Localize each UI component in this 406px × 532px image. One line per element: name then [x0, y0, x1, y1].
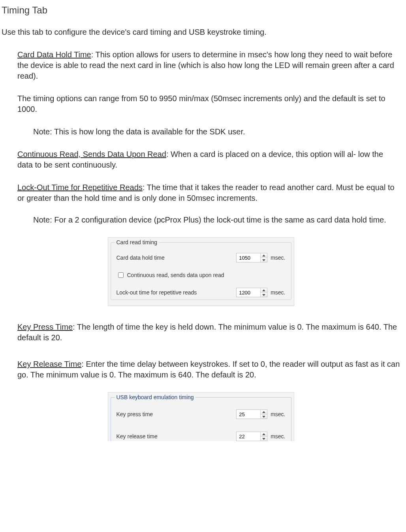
key-release-time-row: Key release time msec. [117, 432, 286, 441]
lockout-note: Note: For a 2 configuration device (pcPr… [33, 215, 400, 225]
msec-unit: msec. [271, 254, 285, 262]
spinner-down-button[interactable] [261, 293, 267, 297]
card-hold-time-label: Card data hold time [117, 254, 237, 262]
card-hold-label: Card Data Hold Time [17, 50, 91, 59]
key-release-time-label: Key release time [117, 433, 237, 440]
key-release-label: Key Release Time [17, 360, 81, 368]
card-hold-time-input[interactable] [237, 253, 260, 262]
page-title: Timing Tab [2, 4, 400, 17]
key-press-label: Key Press Time [17, 323, 73, 331]
spinner-down-button[interactable] [261, 415, 267, 419]
usb-keyboard-timing-legend: USB keyboard emulation timing [115, 394, 195, 401]
card-hold-text2: The timing options can range from 50 to … [17, 93, 400, 115]
continuous-read-row: Continuous read, sends data upon read [117, 271, 286, 279]
key-press-text: : The length of time the key is held dow… [17, 323, 397, 342]
card-read-timing-legend: Card read timing [115, 239, 159, 246]
continuous-read-label: Continuous read, sends data upon read [127, 272, 224, 279]
key-release-para: Key Release Time: Enter the time delay b… [17, 359, 400, 380]
svg-marker-2 [262, 289, 265, 291]
card-hold-time-row: Card data hold time msec. [117, 253, 286, 262]
key-press-time-label: Key press time [117, 411, 237, 418]
card-hold-time-spinner[interactable] [236, 253, 267, 262]
key-press-para: Key Press Time: The length of time the k… [17, 322, 400, 343]
svg-marker-3 [262, 294, 265, 296]
lockout-para: Lock-Out Time for Repetitive Reads: The … [17, 182, 400, 204]
cont-read-label: Continuous Read, Sends Data Upon Read [17, 150, 166, 158]
msec-unit: msec. [271, 289, 285, 296]
svg-marker-7 [262, 438, 265, 440]
continuous-read-checkbox[interactable] [118, 272, 124, 278]
spinner-up-button[interactable] [261, 288, 267, 293]
spinner-up-button[interactable] [261, 253, 267, 258]
spinner-down-button[interactable] [261, 258, 267, 262]
card-hold-note: Note: This is how long the data is avail… [33, 126, 400, 137]
lockout-time-label: Lock-out time for repetitive reads [117, 289, 237, 296]
spinner-up-button[interactable] [261, 410, 267, 415]
card-read-timing-panel: Card read timing Card data hold time mse… [108, 237, 294, 306]
intro-text: Use this tab to configure the device's c… [2, 27, 400, 38]
svg-marker-6 [262, 433, 265, 435]
key-press-time-row: Key press time msec. [117, 409, 286, 419]
svg-marker-4 [262, 411, 265, 413]
spinner-up-button[interactable] [261, 432, 267, 437]
lockout-label: Lock-Out Time for Repetitive Reads [17, 183, 143, 192]
card-hold-para: Card Data Hold Time: This option allows … [17, 49, 400, 81]
key-release-time-spinner[interactable] [236, 432, 267, 441]
msec-unit: msec. [271, 411, 285, 418]
key-release-time-input[interactable] [237, 432, 260, 441]
usb-keyboard-timing-panel: USB keyboard emulation timing Key press … [108, 392, 294, 441]
spinner-down-button[interactable] [261, 437, 267, 441]
svg-marker-5 [262, 416, 265, 418]
cont-read-para: Continuous Read, Sends Data Upon Read: W… [17, 149, 400, 170]
msec-unit: msec. [271, 433, 285, 440]
svg-marker-0 [262, 255, 265, 257]
svg-marker-1 [262, 259, 265, 261]
key-press-time-input[interactable] [237, 410, 260, 419]
lockout-time-input[interactable] [237, 288, 260, 297]
lockout-time-row: Lock-out time for repetitive reads msec. [117, 288, 286, 297]
lockout-time-spinner[interactable] [236, 288, 267, 297]
key-press-time-spinner[interactable] [236, 409, 267, 419]
